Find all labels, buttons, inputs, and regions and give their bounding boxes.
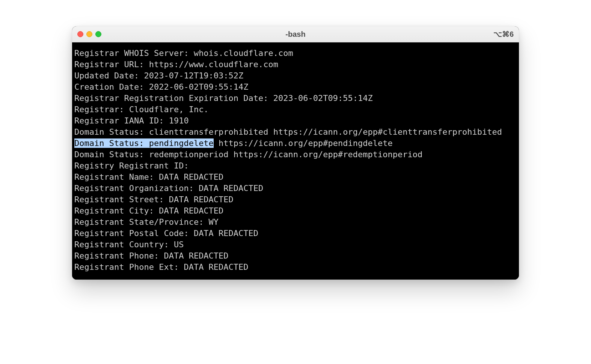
- output-line: Updated Date: 2023-07-12T19:03:52Z: [74, 70, 517, 81]
- output-line: Registrant Postal Code: DATA REDACTED: [74, 228, 517, 239]
- zoom-icon[interactable]: [95, 31, 101, 37]
- output-line: Creation Date: 2022-06-02T09:55:14Z: [74, 81, 517, 93]
- output-line: Domain Status: redemptionperiod https://…: [74, 149, 517, 160]
- window-shortcut-label: ⌥⌘6: [493, 30, 514, 39]
- output-line: Registrar URL: https://www.cloudflare.co…: [74, 59, 517, 70]
- minimize-icon[interactable]: [86, 31, 92, 37]
- output-line: Registrar: Cloudflare, Inc.: [74, 104, 517, 115]
- output-line: Registrant Street: DATA REDACTED: [74, 194, 517, 205]
- output-line: Domain Status: clienttransferprohibited …: [74, 126, 517, 138]
- terminal-window: -bash ⌥⌘6 Registrar WHOIS Server: whois.…: [72, 26, 519, 280]
- output-line: Registrant State/Province: WY: [74, 217, 517, 228]
- highlighted-text: Domain Status: pendingdelete: [74, 138, 214, 148]
- output-line: Registrant Phone: DATA REDACTED: [74, 250, 517, 262]
- output-text: https://icann.org/epp#pendingdelete: [214, 138, 393, 148]
- output-line: Registrant Name: DATA REDACTED: [74, 171, 517, 183]
- terminal-body[interactable]: Registrar WHOIS Server: whois.cloudflare…: [72, 42, 519, 280]
- close-icon[interactable]: [77, 31, 83, 37]
- output-line: Registrant Organization: DATA REDACTED: [74, 183, 517, 194]
- output-line: Registrant Phone Ext: DATA REDACTED: [74, 262, 517, 273]
- output-line: Domain Status: pendingdelete https://ica…: [74, 138, 517, 149]
- output-line: Registrar WHOIS Server: whois.cloudflare…: [74, 48, 517, 59]
- window-titlebar: -bash ⌥⌘6: [72, 26, 519, 42]
- output-line: Registrant City: DATA REDACTED: [74, 205, 517, 217]
- window-title: -bash: [72, 30, 519, 39]
- output-line: Registry Registrant ID:: [74, 160, 517, 171]
- window-traffic-lights: [77, 31, 101, 37]
- output-line: Registrar Registration Expiration Date: …: [74, 93, 517, 104]
- output-line: Registrant Country: US: [74, 239, 517, 250]
- output-line: Registrar IANA ID: 1910: [74, 115, 517, 126]
